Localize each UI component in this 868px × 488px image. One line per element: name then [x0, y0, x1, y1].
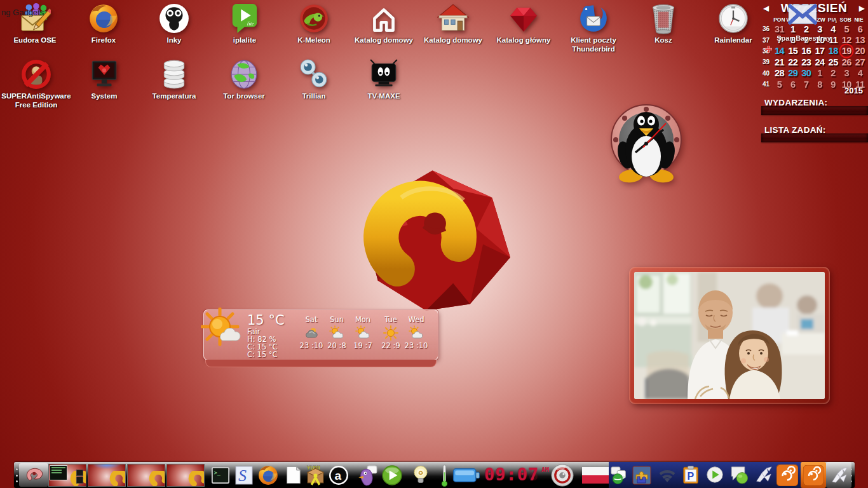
lightbulb[interactable]	[410, 464, 431, 485]
desktop-icon-rainlendar[interactable]: Rainlendar	[698, 3, 769, 45]
calendar-day-cell[interactable]: 31	[773, 24, 786, 34]
calendar-widget[interactable]: ◀ WRZESIEŃ ▶ PONWTOŚROCZWPIĄSOBNIE 36311…	[761, 1, 867, 147]
desktop-icon-firefox[interactable]: Firefox	[68, 3, 139, 45]
digital-clock[interactable]: 88:8809:07AM	[484, 464, 550, 485]
calendar-day-cell[interactable]: 13	[853, 35, 867, 45]
workspace-3[interactable]	[127, 464, 164, 485]
media-player-2[interactable]	[705, 465, 724, 484]
desktop-icon-label: iplalite	[233, 36, 256, 45]
wifi[interactable]	[657, 465, 677, 485]
calendar-day-cell[interactable]: 6	[853, 24, 867, 34]
calendar-grid: 3631123456377891011121338141516171819203…	[763, 24, 867, 90]
calendar-day-cell[interactable]: 28	[773, 68, 786, 78]
workspace-4[interactable]	[166, 464, 203, 485]
terminal[interactable]: >_	[211, 466, 230, 485]
workspace-thumbnail[interactable]	[88, 464, 126, 487]
battery[interactable]	[451, 467, 482, 484]
house-icon	[437, 3, 469, 34]
libreoffice-writer[interactable]	[283, 465, 302, 485]
volume[interactable]	[550, 463, 575, 487]
desktop-icon-trillian[interactable]: Trillian	[278, 58, 349, 101]
calendar-day-cell[interactable]: 2	[827, 68, 840, 78]
photo-frame-widget[interactable]	[629, 267, 830, 404]
calendar-day-cell[interactable]: 29	[786, 68, 799, 78]
inky-icon	[158, 3, 190, 34]
package-puzzle[interactable]	[632, 465, 652, 485]
calendar-day-cell[interactable]: 5	[773, 79, 786, 90]
calendar-day-cell[interactable]: 7	[799, 79, 813, 90]
clock[interactable]: 88:8809:07AM	[484, 464, 550, 485]
workspace-2[interactable]	[88, 464, 125, 485]
calendar-day-cell[interactable]: 3	[840, 68, 853, 78]
partial-window-title: ng Gadgets	[1, 8, 44, 17]
scribus[interactable]: S	[234, 465, 254, 485]
taskbar[interactable]: >_SYUMIa88:8809:07AMP	[14, 462, 855, 488]
calendar-day-cell[interactable]: 17	[813, 46, 826, 56]
chat-status[interactable]	[729, 465, 749, 485]
calendar-day-cell[interactable]: 21	[773, 57, 786, 67]
calendar-day-cell[interactable]: 15	[786, 46, 799, 56]
calendar-day-cell[interactable]: 1	[813, 68, 826, 78]
workspace-1[interactable]	[48, 464, 85, 485]
pidgin[interactable]	[356, 464, 377, 486]
calendar-day-cell[interactable]: 26	[840, 57, 853, 67]
swirl-app-1[interactable]	[776, 464, 798, 486]
calendar-day-cell[interactable]: 5	[840, 24, 853, 34]
calendar-day-cell[interactable]: 8	[813, 79, 826, 90]
calendar-day-cell[interactable]: 4	[853, 68, 867, 78]
paper-crane[interactable]	[754, 465, 773, 484]
clipboard-parcellite[interactable]: P	[681, 465, 700, 485]
taskbar-left-handle[interactable]	[16, 468, 18, 482]
calendar-day-cell[interactable]: 24	[813, 57, 826, 67]
desktop-icon-tv-maxe[interactable]: TV-MAXE	[348, 58, 419, 101]
thermometer[interactable]	[441, 464, 448, 487]
yumi-installer[interactable]: YUMI	[305, 464, 326, 485]
desktop-icon-katalog-domowy-1[interactable]: Katalog domowy	[348, 3, 419, 45]
desktop-icon-label: Katalog domowy	[424, 36, 482, 45]
desktop-icon-superantispyware[interactable]: SUPERAntiSpyware Free Edition	[1, 58, 72, 110]
iplalite-icon: lite	[229, 3, 261, 34]
calendar-day-cell[interactable]: 23	[799, 57, 813, 67]
workspace-thumbnail[interactable]	[48, 464, 86, 487]
workspace-thumbnail[interactable]	[166, 464, 205, 487]
desktop-icon-temperatura[interactable]: Temperatura	[139, 58, 210, 101]
desktop-icon-inky[interactable]: Inky	[139, 3, 210, 45]
calendar-day-cell[interactable]: 27	[853, 57, 867, 67]
calendar-day-cell[interactable]: 18	[827, 46, 840, 56]
calendar-next-arrow[interactable]: ▶	[859, 4, 865, 13]
desktop-icon-katalog-glowny[interactable]: Katalog główny	[488, 3, 559, 45]
calendar-day-cell[interactable]: 9	[827, 79, 840, 90]
desktop-icon-iplalite[interactable]: liteiplalite	[209, 3, 280, 45]
calendar-day-cell[interactable]: 4	[827, 24, 840, 34]
desktop-icon-system[interactable]: System	[69, 58, 140, 101]
sabayon-gem-logo	[356, 166, 512, 311]
calendar-day-cell[interactable]: 30	[799, 68, 813, 78]
calendar-day-cell[interactable]: 25	[827, 57, 840, 67]
calendar-day-cell[interactable]: 22	[786, 57, 799, 67]
calendar-day-cell[interactable]: 14	[773, 46, 786, 56]
gentoo-menu[interactable]	[19, 463, 48, 487]
swirl-app-2[interactable]	[801, 462, 826, 488]
package-puzzle-icon	[632, 465, 652, 485]
amarok[interactable]: a	[329, 465, 349, 485]
desktop-icon-kmeleon[interactable]: K-Meleon	[278, 3, 349, 45]
im-messenger[interactable]	[610, 466, 629, 485]
firefox[interactable]	[257, 464, 279, 486]
workspace-thumbnail[interactable]	[127, 464, 165, 487]
desktop-icon-tor-browser[interactable]: Tor browser	[208, 58, 280, 101]
tux-clock-widget[interactable]	[605, 102, 688, 186]
calendar-day-headers: PONWTOŚROCZWPIĄSOBNIE	[773, 17, 865, 23]
spambayes-envelope-icon[interactable]	[788, 2, 817, 26]
desktop-icon-kosz[interactable]: Kosz	[628, 3, 699, 45]
calendar-prev-arrow[interactable]: ◀	[763, 4, 769, 13]
keyboard-layout-poland[interactable]	[582, 467, 609, 484]
paper-crane-2[interactable]	[826, 462, 851, 488]
desktop-icon-thunderbird[interactable]: Klient poczty Thunderbird	[558, 3, 629, 54]
media-player[interactable]	[381, 464, 403, 486]
calendar-day-cell[interactable]: 19	[840, 46, 853, 56]
weather-widget[interactable]: 15 °C Fair H: 82 % C: 15 °C C: 15 °C Sat…	[203, 309, 438, 360]
calendar-day-cell[interactable]: 16	[799, 46, 813, 56]
calendar-day-cell[interactable]: 6	[786, 79, 799, 90]
calendar-day-cell[interactable]: 20	[853, 46, 867, 56]
desktop-icon-katalog-domowy-2[interactable]: Katalog domowy	[417, 3, 489, 45]
